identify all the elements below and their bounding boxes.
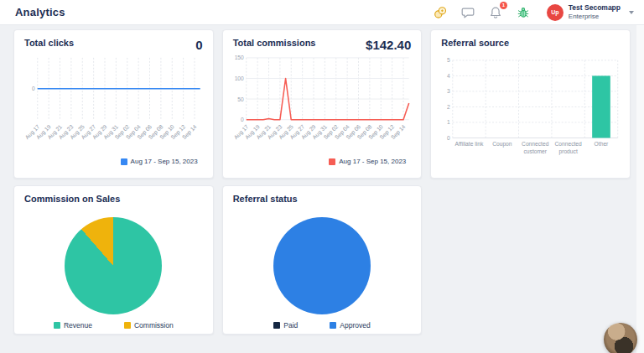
card-title: Commission on Sales (24, 194, 120, 204)
legend-swatch (54, 322, 60, 329)
chat-widget-avatar[interactable] (604, 323, 637, 353)
legend-swatch (273, 322, 280, 329)
svg-text:Affiliate link: Affiliate link (455, 141, 484, 147)
commission-on-sales-pie-chart (65, 217, 162, 314)
svg-text:2: 2 (447, 104, 450, 110)
page-title: Analytics (15, 6, 65, 18)
chart-legend: Aug 17 - Sep 15, 2023 (233, 158, 412, 165)
legend-swatch (329, 158, 335, 165)
svg-text:5: 5 (447, 57, 450, 63)
scrollbar-track[interactable] (636, 25, 644, 353)
legend-item[interactable]: Aug 17 - Sep 15, 2023 (121, 158, 198, 165)
svg-text:4: 4 (447, 73, 450, 79)
user-menu[interactable]: Up Test Secomapp Enterprise (547, 3, 634, 21)
card-total-clicks: Total clicks 0 Aug 17Aug 19Aug 21Aug 23A… (13, 29, 214, 179)
total-commissions-line-chart: Aug 17Aug 19Aug 21Aug 23Aug 25Aug 27Aug … (233, 55, 412, 157)
legend-item[interactable]: Revenue (54, 321, 92, 330)
chart-legend: RevenueCommission (24, 321, 203, 330)
card-referral-status: Referral status PaidApproved (222, 185, 423, 335)
svg-text:Other: Other (595, 141, 609, 147)
total-clicks-value: 0 (195, 38, 202, 52)
chart-legend: Aug 17 - Sep 15, 2023 (24, 158, 203, 165)
legend-label: Revenue (64, 321, 92, 330)
card-referral-source: Referral source 012345Affiliate linkCoup… (430, 29, 631, 179)
chevron-down-icon (629, 11, 634, 14)
card-commission-on-sales: Commission on Sales RevenueCommission (13, 185, 214, 335)
card-total-commissions: Total commissions $142.40 Aug 17Aug 19Au… (222, 29, 423, 179)
notifications-bell-icon[interactable]: 1 (488, 5, 503, 20)
svg-text:0: 0 (32, 86, 35, 91)
top-row: Total clicks 0 Aug 17Aug 19Aug 21Aug 23A… (13, 29, 631, 179)
card-title: Total commissions (233, 38, 316, 48)
user-name: Test Secomapp (569, 3, 621, 13)
svg-text:Coupon: Coupon (492, 141, 512, 148)
header-actions: 1 Up Test Secomapp Enterprise (433, 3, 634, 21)
legend-item[interactable]: Paid (273, 321, 298, 330)
legend-label: Approved (340, 321, 370, 330)
analytics-content: Total clicks 0 Aug 17Aug 19Aug 21Aug 23A… (0, 25, 644, 335)
user-plan: Enterprise (569, 13, 621, 21)
total-clicks-line-chart: Aug 17Aug 19Aug 21Aug 23Aug 25Aug 27Aug … (24, 55, 203, 157)
card-title: Referral status (233, 194, 298, 204)
legend-item[interactable]: Aug 17 - Sep 15, 2023 (329, 158, 406, 165)
svg-text:50: 50 (237, 96, 244, 102)
legend-label: Commission (134, 321, 174, 330)
card-title: Total clicks (24, 38, 74, 48)
legend-label: Paid (283, 321, 298, 330)
legend-item[interactable]: Commission (124, 321, 174, 330)
referral-source-bar-chart: 012345Affiliate linkCouponConnectedcusto… (441, 55, 620, 164)
svg-text:Connected: Connected (555, 141, 583, 147)
user-avatar: Up (547, 4, 564, 21)
app-header: Analytics 1 (0, 0, 644, 25)
bug-report-icon[interactable] (516, 5, 531, 20)
legend-label: Aug 17 - Sep 15, 2023 (131, 158, 198, 165)
svg-text:product: product (559, 148, 578, 155)
svg-text:3: 3 (447, 88, 450, 94)
card-title: Referral source (441, 38, 509, 48)
legend-swatch (330, 322, 336, 329)
legend-item[interactable]: Approved (330, 321, 370, 330)
svg-text:150: 150 (234, 55, 243, 60)
bottom-row: Commission on Sales RevenueCommission Re… (13, 185, 631, 335)
legend-swatch (121, 158, 127, 165)
svg-text:100: 100 (234, 75, 243, 81)
svg-text:customer: customer (524, 148, 548, 154)
total-commissions-value: $142.40 (366, 38, 411, 52)
legend-label: Aug 17 - Sep 15, 2023 (339, 158, 406, 165)
chart-legend: PaidApproved (233, 321, 412, 330)
referral-status-pie-chart (273, 217, 371, 314)
coins-icon[interactable] (433, 5, 448, 20)
svg-text:1: 1 (447, 119, 450, 125)
svg-text:0: 0 (241, 117, 244, 122)
chat-bubble-icon[interactable] (460, 5, 475, 20)
notification-badge: 1 (500, 2, 507, 9)
svg-text:0: 0 (447, 135, 450, 141)
legend-swatch (124, 322, 131, 329)
svg-text:Connected: Connected (522, 141, 549, 147)
